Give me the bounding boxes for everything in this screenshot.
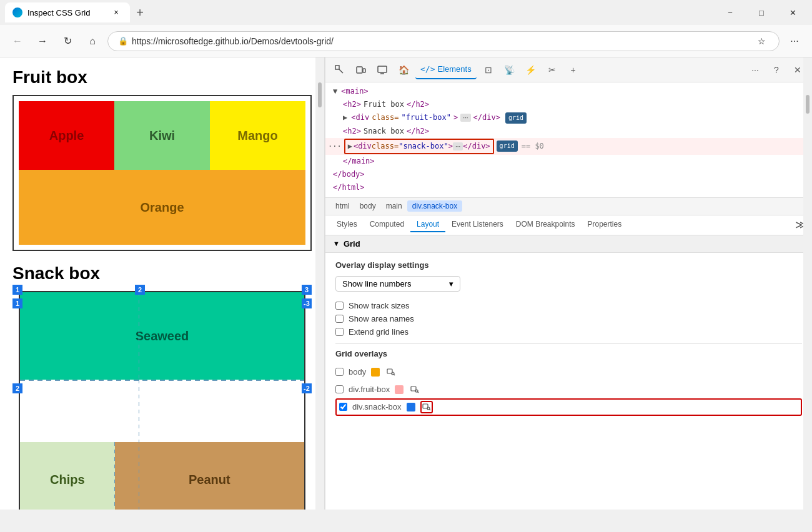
bc-main[interactable]: main — [381, 200, 407, 212]
bc-html[interactable]: html — [330, 200, 355, 212]
browser-tab[interactable]: Inspect CSS Grid × — [5, 2, 130, 22]
breadcrumb: html body main div.snack-box — [325, 198, 812, 215]
layout-panel: ▼ Grid Overlay display settings Show lin… — [325, 235, 812, 510]
tab-layout[interactable]: Layout — [410, 217, 445, 232]
snack-box-dom-highlighted[interactable]: ▶ <div class="snack-box"> ··· </div> — [344, 139, 494, 154]
dom-line-main-close[interactable]: </main> — [325, 155, 812, 168]
apple-cell: Apple — [19, 101, 114, 170]
close-button[interactable]: ✕ — [778, 2, 807, 22]
performance-panel-button[interactable]: ⚡ — [522, 61, 540, 79]
reload-button[interactable]: ↻ — [57, 31, 77, 51]
add-panel-button[interactable]: + — [564, 61, 583, 79]
new-tab-button[interactable]: + — [130, 2, 150, 22]
svg-point-8 — [392, 372, 394, 375]
fruit-expand-icon[interactable]: ▶ — [343, 112, 347, 124]
dom-line-h2-fruit[interactable]: <h2>Fruit box</h2> — [325, 98, 812, 111]
body-overlay-row: body — [335, 363, 802, 381]
dom-line-html-close[interactable]: </html> — [325, 181, 812, 194]
scroll-thumb — [318, 82, 322, 107]
grid-section-header[interactable]: ▼ Grid — [325, 235, 812, 253]
panel-tabs: Styles Computed Layout Event Listeners D… — [325, 215, 812, 235]
body-overlay-checkbox[interactable] — [335, 368, 344, 376]
home-devtools-button[interactable]: 🏠 — [394, 61, 413, 79]
snack-box-heading: Snack box — [12, 264, 312, 283]
title-bar: Inspect CSS Grid × + − □ ✕ — [0, 0, 812, 25]
svg-rect-4 — [378, 66, 387, 72]
fruit-box-overlay-checkbox[interactable] — [335, 385, 344, 393]
extra-panels-button[interactable]: ✂ — [543, 61, 562, 79]
snack-box-overlay-label[interactable]: div.snack-box — [352, 402, 402, 411]
fruit-box-overlay-icon-button[interactable] — [408, 383, 421, 396]
devtools-scrollbar[interactable] — [803, 57, 812, 510]
dom-line-fruit-box[interactable]: ▶ <div class="fruit-box"> ··· </div> gri… — [325, 111, 812, 124]
dom-tree: ▼ <main> <h2>Fruit box</h2> ▶ <div class… — [325, 82, 812, 198]
chips-cell: Chips — [20, 442, 115, 510]
dom-line-snack-box[interactable]: ··· ▶ <div class="snack-box"> ··· </div>… — [325, 138, 812, 155]
kiwi-cell: Kiwi — [114, 101, 210, 170]
address-bar: ← → ↻ ⌂ 🔒 https://microsoftedge.github.i… — [0, 25, 812, 57]
help-button[interactable]: ? — [767, 61, 786, 79]
snack-box-wrapper: 1 2 3 1 2 3 -3 -2 -1 -3 -2 -1 Seaweed — [19, 291, 305, 510]
mango-cell: Mango — [210, 101, 305, 170]
tab-styles[interactable]: Styles — [330, 217, 364, 232]
tab-computed[interactable]: Computed — [364, 217, 410, 232]
favorite-icon[interactable]: ☆ — [754, 34, 769, 49]
peanut-cell: Peanut — [115, 442, 304, 510]
more-tools-button[interactable]: ··· — [746, 61, 765, 79]
show-track-sizes-checkbox[interactable] — [335, 302, 344, 310]
maximize-button[interactable]: □ — [747, 2, 776, 22]
expand-arrow-icon[interactable]: ▼ — [333, 86, 337, 97]
left-scrollbar[interactable] — [315, 57, 324, 510]
bc-snack-box[interactable]: div.snack-box — [407, 200, 462, 212]
address-input[interactable]: 🔒 https://microsoftedge.github.io/Demos/… — [107, 31, 780, 51]
minimize-button[interactable]: − — [716, 2, 745, 22]
devtools-toolbar: 🏠 </> Elements ⊡ 📡 ⚡ ✂ + ··· ? ✕ — [325, 57, 812, 82]
body-overlay-icon-button[interactable] — [385, 366, 397, 378]
snack-box-overlay-checkbox[interactable] — [339, 403, 347, 411]
devtools-panel: 🏠 </> Elements ⊡ 📡 ⚡ ✂ + ··· ? ✕ ▼ <main… — [325, 57, 812, 510]
line-numbers-dropdown[interactable]: Show line numbers ▾ — [335, 276, 460, 292]
screen-cast-button[interactable] — [373, 61, 392, 79]
grid-label-right-n3: -3 — [302, 298, 312, 308]
dom-line-h2-snack[interactable]: <h2>Snack box</h2> — [325, 125, 812, 138]
home-button[interactable]: ⌂ — [82, 31, 102, 51]
tab-dom-breakpoints[interactable]: DOM Breakpoints — [510, 217, 582, 232]
fruit-box-dots-button[interactable]: ··· — [460, 114, 470, 122]
snack-box-dots-button[interactable]: ··· — [453, 142, 463, 150]
fruit-color-swatch — [395, 385, 404, 394]
dom-line-body-close[interactable]: </body> — [325, 168, 812, 181]
show-track-sizes-label[interactable]: Show track sizes — [349, 301, 410, 310]
dropdown-label: Show line numbers — [342, 279, 412, 288]
show-area-names-checkbox[interactable] — [335, 315, 344, 323]
bc-body[interactable]: body — [355, 200, 381, 212]
grid-overlays-title: Grid overlays — [335, 349, 802, 358]
tab-event-listeners[interactable]: Event Listeners — [445, 217, 510, 232]
orange-cell: Orange — [19, 170, 305, 245]
snack-color-swatch — [407, 403, 415, 411]
dropdown-arrow-icon: ▾ — [449, 279, 453, 288]
forward-button[interactable]: → — [32, 31, 52, 51]
device-emulation-button[interactable] — [352, 61, 370, 79]
back-button[interactable]: ← — [7, 31, 27, 51]
fruit-grid-badge: grid — [505, 112, 527, 124]
extend-grid-lines-checkbox[interactable] — [335, 328, 344, 336]
svg-rect-2 — [357, 67, 362, 73]
more-button[interactable]: ··· — [785, 31, 805, 51]
extend-grid-lines-label[interactable]: Extend grid lines — [349, 327, 408, 337]
tab-properties[interactable]: Properties — [582, 217, 628, 232]
inspect-element-button[interactable] — [330, 61, 349, 79]
sources-panel-button[interactable]: ⊡ — [479, 61, 498, 79]
snack-expand-icon[interactable]: ▶ — [348, 140, 352, 152]
dom-line-main-open[interactable]: ▼ <main> — [325, 85, 812, 98]
show-track-sizes-row: Show track sizes — [335, 299, 802, 312]
snack-grid: Seaweed Chips Peanut — [19, 291, 305, 510]
fruit-box-overlay-label[interactable]: div.fruit-box — [349, 385, 390, 394]
body-overlay-label[interactable]: body — [349, 367, 366, 377]
extend-grid-lines-row: Extend grid lines — [335, 325, 802, 338]
tab-close-button[interactable]: × — [110, 6, 122, 19]
grid-section-arrow-icon: ▼ — [333, 240, 340, 247]
show-area-names-label[interactable]: Show area names — [349, 314, 414, 323]
snack-box-overlay-icon-button[interactable] — [420, 401, 433, 413]
elements-panel-button[interactable]: </> Elements — [415, 61, 477, 79]
network-panel-button[interactable]: 📡 — [500, 61, 519, 79]
